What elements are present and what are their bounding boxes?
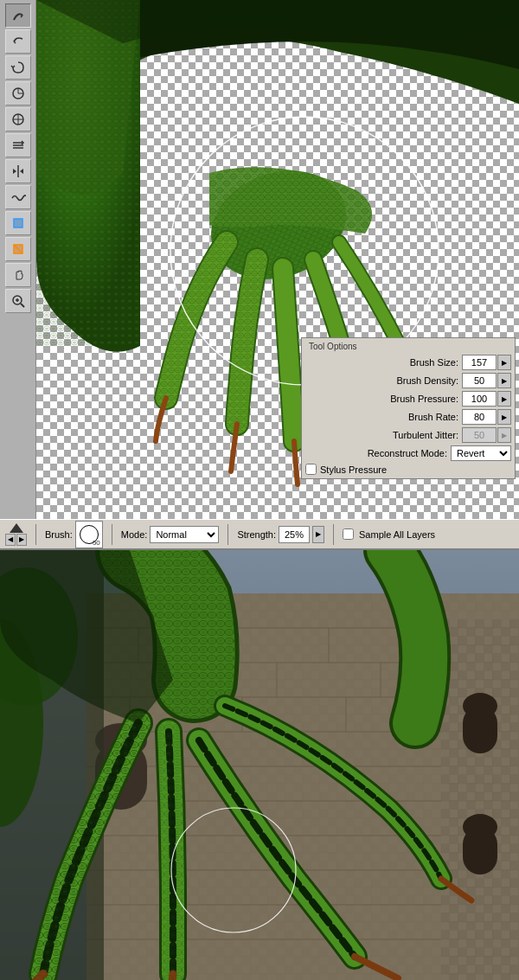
brush-size-label: Brush Size: <box>410 357 458 368</box>
brush-size-display: 50 <box>93 539 100 547</box>
brush-label: Brush: <box>45 529 73 540</box>
strength-label: Strength: <box>237 529 276 540</box>
photo-edit-panel[interactable] <box>0 550 519 980</box>
brush-section: Brush: 50 <box>45 521 103 548</box>
brush-rate-arrow-btn[interactable]: ▶ <box>497 409 511 425</box>
reflection-tool-btn[interactable] <box>5 159 31 183</box>
strength-arrow-btn[interactable]: ▶ <box>312 526 324 543</box>
brush-preview[interactable]: 50 <box>75 521 103 548</box>
smudge-right-arrow[interactable]: ▶ <box>16 534 27 546</box>
turbulent-jitter-label: Turbulent Jitter: <box>393 430 458 440</box>
svg-line-11 <box>21 304 24 307</box>
reconstruct-mode-select-wrapper: Revert Rigid Stiff Smooth Loose <box>451 445 511 461</box>
twirl-cw-tool-btn[interactable] <box>5 55 31 80</box>
stylus-pressure-row: Stylus Pressure <box>305 464 511 475</box>
brush-rate-label: Brush Rate: <box>408 412 458 422</box>
brush-rate-row: Brush Rate: ▶ <box>305 409 511 425</box>
svg-rect-55 <box>441 619 519 980</box>
zoom-tool-btn[interactable] <box>5 289 31 313</box>
lizard-castle-image <box>0 550 519 980</box>
tool-sidebar <box>0 0 36 519</box>
brush-density-arrow-btn[interactable]: ▶ <box>497 373 511 388</box>
brush-size-input[interactable] <box>462 355 497 370</box>
canvas-area[interactable]: Tool Options Brush Size: ▶ Brush Density… <box>36 0 519 519</box>
smudge-triangle-icon <box>10 523 23 533</box>
smudge-left-arrow[interactable]: ◀ <box>5 534 16 546</box>
toolbar-divider-3 <box>227 524 228 545</box>
shift-pixels-tool-btn[interactable] <box>5 133 31 157</box>
reconstruct-mode-select[interactable]: Revert Rigid Stiff Smooth Loose <box>451 445 511 461</box>
brush-density-label: Brush Density: <box>396 375 458 386</box>
tool-options-panel: Tool Options Brush Size: ▶ Brush Density… <box>301 337 516 479</box>
svg-point-57 <box>463 693 497 719</box>
bloat-tool-btn[interactable] <box>5 107 31 131</box>
smudge-arrows: ◀ ▶ <box>5 534 27 546</box>
reconstruct-mode-row: Reconstruct Mode: Revert Rigid Stiff Smo… <box>305 445 511 461</box>
mode-label: Mode: <box>121 529 148 540</box>
freeze-mask-tool-btn[interactable] <box>5 211 31 235</box>
brush-rate-input[interactable] <box>462 409 497 425</box>
mode-section: Mode: Normal Darken Lighten Hue Saturati… <box>121 526 220 543</box>
brush-pressure-input[interactable] <box>462 391 497 407</box>
tool-options-title: Tool Options <box>305 342 511 351</box>
sample-all-layers-label: Sample All Layers <box>359 529 435 540</box>
brush-density-input[interactable] <box>462 373 497 388</box>
turbulent-jitter-row: Turbulent Jitter: ▶ <box>305 427 511 443</box>
toolbar-divider-1 <box>35 524 36 545</box>
hand-tool-btn[interactable] <box>5 263 31 287</box>
brush-size-arrow-btn[interactable]: ▶ <box>497 355 511 370</box>
reconstruct-tool-btn[interactable] <box>5 29 31 54</box>
svg-rect-16 <box>36 0 140 346</box>
reconstruct-mode-label: Reconstruct Mode: <box>368 448 447 458</box>
brush-size-row: Brush Size: ▶ <box>305 355 511 370</box>
smudge-tool-icon-wrapper: ◀ ▶ <box>5 523 27 546</box>
pucker-tool-btn[interactable] <box>5 81 31 106</box>
turbulent-jitter-input[interactable] <box>462 427 497 443</box>
mode-select[interactable]: Normal Darken Lighten Hue Saturation Col… <box>150 526 219 543</box>
svg-rect-7 <box>14 219 22 227</box>
smudge-toolbar: ◀ ▶ Brush: 50 Mode: Normal Darken Lighte… <box>0 519 519 550</box>
stylus-pressure-checkbox[interactable] <box>305 464 317 475</box>
sample-layers-section: Sample All Layers <box>343 528 435 540</box>
brush-pressure-arrow-btn[interactable]: ▶ <box>497 391 511 407</box>
thaw-mask-tool-btn[interactable] <box>5 237 31 261</box>
liquify-panel: Tool Options Brush Size: ▶ Brush Density… <box>0 0 519 519</box>
warp-tool-btn[interactable] <box>5 3 31 28</box>
strength-section: Strength: ▶ <box>237 526 324 543</box>
turbulence-tool-btn[interactable] <box>5 185 31 209</box>
brush-pressure-row: Brush Pressure: ▶ <box>305 391 511 407</box>
brush-pressure-label: Brush Pressure: <box>390 394 458 404</box>
brush-density-row: Brush Density: ▶ <box>305 373 511 388</box>
sample-all-layers-checkbox[interactable] <box>343 528 354 540</box>
strength-input[interactable] <box>279 526 310 543</box>
toolbar-divider-4 <box>333 524 334 545</box>
toolbar-divider-2 <box>112 524 112 545</box>
stylus-pressure-label: Stylus Pressure <box>320 464 387 475</box>
turbulent-jitter-arrow-btn[interactable]: ▶ <box>497 427 511 443</box>
svg-point-59 <box>463 814 497 840</box>
